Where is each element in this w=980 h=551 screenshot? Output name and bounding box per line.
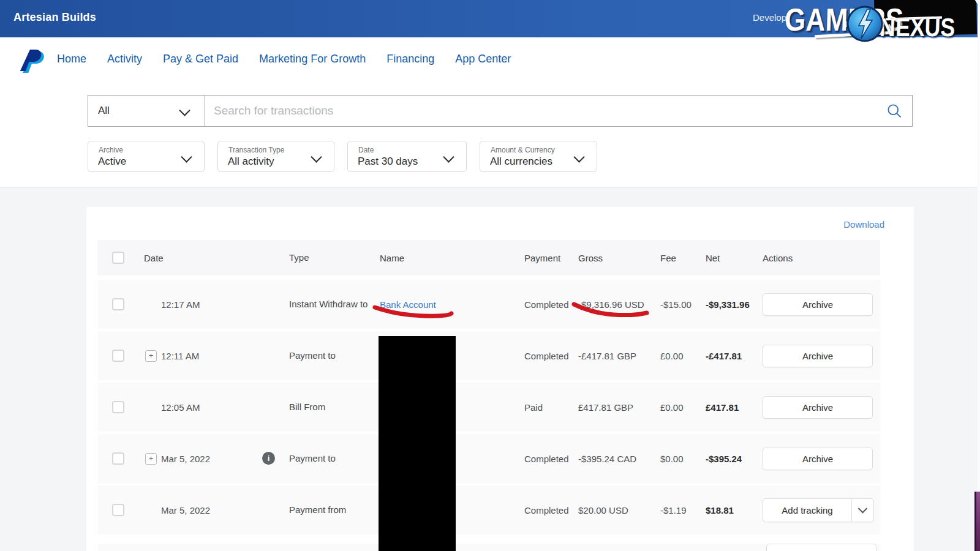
table-header-row: Date Type Name Payment Gross Fee Net Act… — [97, 240, 880, 276]
primary-nav: Home Activity Pay & Get Paid Marketing F… — [0, 37, 980, 81]
add-tracking-label: Add tracking — [763, 499, 851, 522]
row-checkbox[interactable] — [112, 504, 124, 516]
chevron-down-icon — [443, 151, 454, 162]
payment-status: Completed — [524, 505, 569, 515]
filter-row: Archive Active Transaction Type All acti… — [88, 141, 597, 172]
transaction-type: Instant Withdraw to — [289, 299, 368, 309]
fee-amount: £0.00 — [660, 351, 684, 361]
filter-value: All currencies — [490, 156, 552, 168]
chevron-down-icon — [858, 503, 868, 513]
info-icon[interactable]: i — [262, 452, 275, 465]
transaction-type: Payment to — [289, 350, 336, 361]
nav-item-financing[interactable]: Financing — [386, 53, 434, 66]
transaction-date: 12:11 AM — [161, 351, 199, 361]
col-header-name: Name — [380, 253, 404, 263]
transaction-type: Bill From — [289, 402, 325, 412]
search-scope-dropdown[interactable]: All — [88, 96, 205, 126]
search-input[interactable] — [205, 96, 876, 126]
transaction-type: Payment to — [289, 453, 336, 463]
table-row: Mar 5, 2022 Payment from Completed $20.0… — [97, 485, 880, 534]
filter-value: All activity — [228, 156, 274, 168]
right-edge-strip — [978, 0, 980, 551]
row-checkbox[interactable] — [112, 298, 124, 310]
transaction-date: Mar 5, 2022 — [161, 505, 210, 515]
gross-amount: $20.00 USD — [578, 505, 628, 515]
fee-amount: -$15.00 — [660, 299, 692, 310]
chevron-down-icon — [311, 151, 322, 162]
filter-amount-currency[interactable]: Amount & Currency All currencies — [480, 141, 597, 172]
search-and-filters-section: All Archive Active Transaction Type All … — [0, 80, 980, 187]
archive-button[interactable]: Archive — [763, 345, 873, 367]
payment-status: Completed — [524, 454, 569, 464]
nav-item-home[interactable]: Home — [57, 53, 86, 66]
archive-button[interactable]: Archive — [763, 448, 873, 470]
net-amount: £417.81 — [706, 402, 739, 413]
search-scope-value: All — [98, 105, 110, 117]
transaction-date: Mar 5, 2022 — [161, 454, 210, 464]
add-tracking-button[interactable]: Add tracking — [763, 498, 874, 522]
row-checkbox[interactable] — [112, 350, 124, 362]
net-amount: -£417.81 — [706, 351, 742, 361]
search-bar: All — [88, 95, 913, 127]
nav-item-marketing[interactable]: Marketing For Growth — [259, 53, 366, 66]
transaction-date: 12:17 AM — [161, 299, 200, 310]
filter-label: Amount & Currency — [491, 146, 555, 154]
table-row-partial — [97, 544, 880, 551]
chevron-down-icon — [179, 105, 190, 116]
col-header-date: Date — [144, 253, 164, 263]
top-app-bar: Artesian Builds Develop — [0, 0, 980, 37]
select-all-checkbox[interactable] — [112, 252, 124, 264]
table-row: + 12:11 AM Payment to Completed -£417.81… — [97, 331, 880, 380]
expand-row-button[interactable]: + — [145, 453, 157, 465]
paypal-logo-icon[interactable] — [18, 46, 43, 73]
payment-status: Paid — [524, 402, 543, 413]
chevron-down-icon — [181, 151, 192, 162]
transactions-card: Download Date Type Name Payment Gross Fe… — [86, 207, 914, 551]
filter-transaction-type[interactable]: Transaction Type All activity — [217, 141, 334, 172]
nav-item-app-center[interactable]: App Center — [455, 53, 511, 66]
paypal-activity-page: Artesian Builds Develop Home Activity Pa… — [0, 0, 980, 551]
page-body: Download Date Type Name Payment Gross Fe… — [0, 187, 980, 551]
filter-value: Active — [98, 156, 126, 168]
add-tracking-dropdown[interactable] — [851, 499, 873, 522]
nav-item-pay-get-paid[interactable]: Pay & Get Paid — [163, 53, 238, 66]
nav-item-activity[interactable]: Activity — [107, 53, 142, 66]
fee-amount: $0.00 — [660, 454, 684, 464]
transaction-name-link[interactable]: Bank Account — [380, 299, 436, 310]
gross-amount: £417.81 GBP — [578, 402, 633, 413]
background-window-sliver — [974, 492, 980, 551]
filter-value: Past 30 days — [358, 156, 418, 168]
row-checkbox[interactable] — [112, 401, 124, 413]
developer-link[interactable]: Develop — [753, 12, 786, 23]
col-header-type: Type — [289, 252, 309, 263]
archive-button[interactable]: Archive — [763, 293, 873, 316]
payment-status: Completed — [524, 351, 569, 361]
payment-status: Completed — [524, 299, 569, 310]
chevron-down-icon — [573, 151, 584, 162]
filter-label: Date — [358, 146, 374, 154]
transaction-date: 12:05 AM — [161, 402, 200, 413]
filter-label: Transaction Type — [228, 146, 284, 154]
account-name: Artesian Builds — [13, 11, 96, 24]
action-button-partial[interactable] — [766, 544, 876, 551]
fee-amount: -$1.19 — [660, 505, 687, 515]
filter-date[interactable]: Date Past 30 days — [347, 141, 467, 172]
nav-menu: Home Activity Pay & Get Paid Marketing F… — [57, 37, 511, 80]
gross-amount: -£417.81 GBP — [578, 351, 636, 361]
archive-button[interactable]: Archive — [763, 396, 873, 419]
col-header-gross: Gross — [578, 253, 603, 263]
gross-amount: -$395.24 CAD — [578, 454, 636, 464]
filter-archive[interactable]: Archive Active — [88, 141, 205, 172]
col-header-payment: Payment — [524, 253, 560, 263]
filter-label: Archive — [99, 146, 123, 154]
expand-row-button[interactable]: + — [145, 350, 157, 362]
redaction-box — [379, 336, 456, 551]
download-link[interactable]: Download — [843, 219, 884, 230]
table-row: i + Mar 5, 2022 Payment to Completed -$3… — [97, 434, 880, 483]
search-icon[interactable] — [876, 96, 912, 126]
row-checkbox[interactable] — [112, 452, 124, 465]
transaction-type: Payment from — [289, 504, 346, 515]
gross-amount: -$9,316.96 USD — [578, 299, 644, 310]
net-amount: -$9,331.96 — [706, 299, 750, 310]
table-row: 12:17 AM Instant Withdraw to Bank Accoun… — [97, 280, 880, 329]
